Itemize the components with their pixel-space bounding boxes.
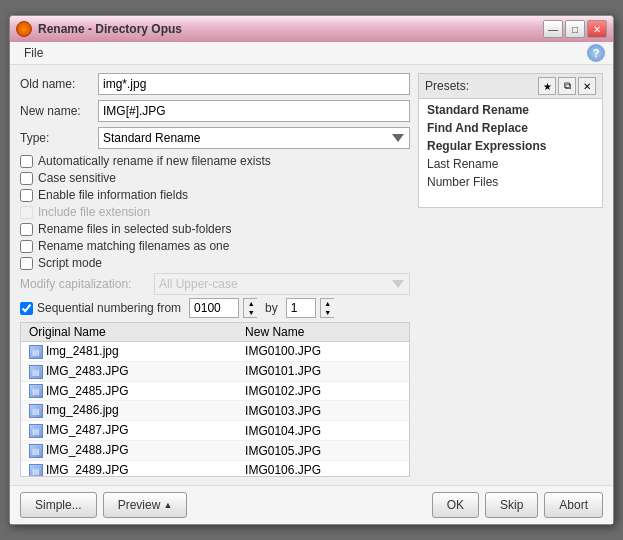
presets-list: Standard RenameFind And ReplaceRegular E… [418, 98, 603, 208]
table-row: ▤Img_2486.jpg IMG0103.JPG [21, 401, 409, 421]
presets-header: Presets: ★ ⧉ ✕ [418, 73, 603, 98]
rename-subfolders-checkbox[interactable] [20, 223, 33, 236]
type-row: Type: Standard Rename Find And Replace R… [20, 127, 410, 149]
file-icon: ▤ [29, 384, 43, 398]
new-name-row: New name: [20, 100, 410, 122]
checkbox-rename-subfolders: Rename files in selected sub-folders [20, 222, 410, 236]
checkbox-case-sensitive: Case sensitive [20, 171, 410, 185]
new-name-cell: IMG0106.JPG [237, 460, 409, 477]
titlebar-buttons: — □ ✕ [543, 20, 607, 38]
main-content: Old name: New name: Type: Standard Renam… [10, 65, 613, 485]
right-panel: Presets: ★ ⧉ ✕ Standard RenameFind And R… [418, 73, 603, 477]
old-name-row: Old name: [20, 73, 410, 95]
auto-rename-label: Automatically rename if new filename exi… [38, 154, 271, 168]
table-row: ▤IMG_2488.JPG IMG0105.JPG [21, 441, 409, 461]
preset-add-button[interactable]: ★ [538, 77, 556, 95]
rename-matching-checkbox[interactable] [20, 240, 33, 253]
app-icon [16, 21, 32, 37]
col-new-name: New Name [237, 323, 409, 342]
file-icon: ▤ [29, 345, 43, 359]
table-row: ▤IMG_2485.JPG IMG0102.JPG [21, 381, 409, 401]
checkbox-rename-matching: Rename matching filenames as one [20, 239, 410, 253]
script-mode-label: Script mode [38, 256, 102, 270]
by-input[interactable] [286, 298, 316, 318]
menubar: File ? [10, 42, 613, 65]
preset-item[interactable]: Regular Expressions [419, 137, 602, 155]
include-ext-checkbox [20, 206, 33, 219]
checkbox-enable-file-info: Enable file information fields [20, 188, 410, 202]
by-spin-up[interactable]: ▲ [321, 299, 335, 308]
seq-spinner: ▲ ▼ [243, 298, 257, 318]
original-name-cell: ▤Img_2481.jpg [21, 342, 237, 362]
modify-cap-row: Modify capitalization: All Upper-case Al… [20, 273, 410, 295]
preview-table: Original Name New Name ▤Img_2481.jpg IMG… [21, 323, 409, 477]
file-icon: ▤ [29, 424, 43, 438]
script-mode-checkbox[interactable] [20, 257, 33, 270]
new-name-input[interactable] [98, 100, 410, 122]
checkbox-script-mode: Script mode [20, 256, 410, 270]
maximize-button[interactable]: □ [565, 20, 585, 38]
file-icon: ▤ [29, 444, 43, 458]
by-label: by [265, 301, 278, 315]
file-icon: ▤ [29, 464, 43, 477]
checkbox-include-ext: Include file extension [20, 205, 410, 219]
rename-dialog: Rename - Directory Opus — □ ✕ File ? Old… [9, 15, 614, 525]
presets-title: Presets: [425, 79, 469, 93]
bottom-bar: Simple... Preview ▲ OK Skip Abort [10, 485, 613, 524]
rename-matching-label: Rename matching filenames as one [38, 239, 229, 253]
type-label: Type: [20, 131, 98, 145]
new-name-label: New name: [20, 104, 98, 118]
original-name-cell: ▤IMG_2489.JPG [21, 460, 237, 477]
new-name-cell: IMG0100.JPG [237, 342, 409, 362]
preset-item[interactable]: Last Rename [419, 155, 602, 173]
new-name-cell: IMG0105.JPG [237, 441, 409, 461]
auto-rename-checkbox[interactable] [20, 155, 33, 168]
preview-arrow-icon: ▲ [163, 500, 172, 510]
col-original-name: Original Name [21, 323, 237, 342]
type-select[interactable]: Standard Rename Find And Replace Regular… [98, 127, 410, 149]
skip-button[interactable]: Skip [485, 492, 538, 518]
include-ext-label: Include file extension [38, 205, 150, 219]
modify-cap-label: Modify capitalization: [20, 277, 150, 291]
new-name-cell: IMG0102.JPG [237, 381, 409, 401]
enable-file-info-checkbox[interactable] [20, 189, 33, 202]
seq-label: Sequential numbering from [37, 301, 181, 315]
original-name-cell: ▤IMG_2485.JPG [21, 381, 237, 401]
old-name-input[interactable] [98, 73, 410, 95]
by-spinner: ▲ ▼ [320, 298, 334, 318]
simple-button[interactable]: Simple... [20, 492, 97, 518]
by-spin-down[interactable]: ▼ [321, 308, 335, 317]
seq-spin-down[interactable]: ▼ [244, 308, 258, 317]
menu-file[interactable]: File [18, 44, 49, 62]
preview-area: Original Name New Name ▤Img_2481.jpg IMG… [20, 322, 410, 477]
close-button[interactable]: ✕ [587, 20, 607, 38]
abort-button[interactable]: Abort [544, 492, 603, 518]
old-name-label: Old name: [20, 77, 98, 91]
new-name-cell: IMG0104.JPG [237, 421, 409, 441]
seq-input[interactable] [189, 298, 239, 318]
preview-label: Preview [118, 498, 161, 512]
window-title: Rename - Directory Opus [38, 22, 182, 36]
file-icon: ▤ [29, 365, 43, 379]
new-name-cell: IMG0101.JPG [237, 361, 409, 381]
enable-file-info-label: Enable file information fields [38, 188, 188, 202]
preset-item[interactable]: Find And Replace [419, 119, 602, 137]
preview-button[interactable]: Preview ▲ [103, 492, 188, 518]
ok-button[interactable]: OK [432, 492, 479, 518]
case-sensitive-label: Case sensitive [38, 171, 116, 185]
preset-copy-button[interactable]: ⧉ [558, 77, 576, 95]
preset-delete-button[interactable]: ✕ [578, 77, 596, 95]
minimize-button[interactable]: — [543, 20, 563, 38]
original-name-cell: ▤IMG_2483.JPG [21, 361, 237, 381]
modify-cap-select: All Upper-case All Lower-case Word Capit… [154, 273, 410, 295]
original-name-cell: ▤IMG_2488.JPG [21, 441, 237, 461]
preset-item[interactable]: Number Files [419, 173, 602, 191]
seq-checkbox[interactable] [20, 302, 33, 315]
preset-item[interactable]: Standard Rename [419, 101, 602, 119]
seq-spin-up[interactable]: ▲ [244, 299, 258, 308]
presets-toolbar: ★ ⧉ ✕ [538, 77, 596, 95]
help-button[interactable]: ? [587, 44, 605, 62]
case-sensitive-checkbox[interactable] [20, 172, 33, 185]
table-row: ▤Img_2481.jpg IMG0100.JPG [21, 342, 409, 362]
new-name-cell: IMG0103.JPG [237, 401, 409, 421]
